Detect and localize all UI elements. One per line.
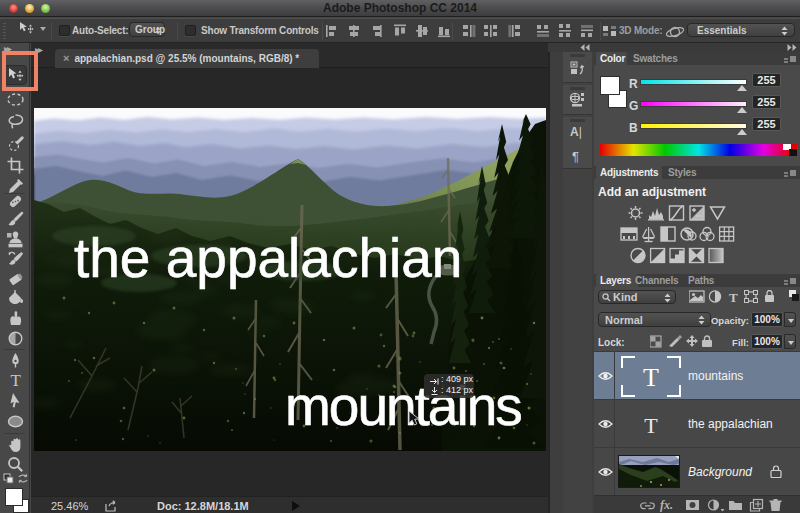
svg-text:T: T	[11, 371, 22, 390]
svg-text:T: T	[643, 363, 659, 392]
svg-text:T: T	[644, 413, 658, 438]
svg-text:T: T	[729, 290, 738, 304]
svg-text:fx.: fx.	[660, 498, 673, 512]
